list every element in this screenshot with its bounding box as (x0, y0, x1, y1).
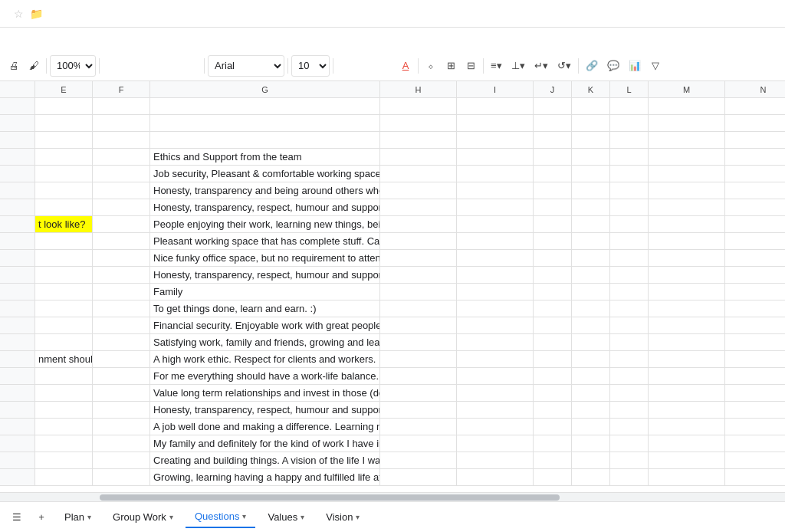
cell-f[interactable] (93, 284, 150, 300)
col-header-i[interactable]: I (457, 81, 534, 97)
cell-m[interactable] (649, 419, 725, 435)
cell-f[interactable] (93, 182, 150, 199)
cell-h[interactable] (380, 317, 457, 333)
cell-k[interactable] (572, 300, 610, 317)
cell-e[interactable] (35, 233, 93, 249)
cell-n[interactable] (725, 115, 785, 131)
cell-e[interactable] (35, 402, 93, 418)
cell-g[interactable]: Financial security. Enjoyable work with … (150, 317, 380, 333)
tab-plan[interactable]: Plan▾ (55, 506, 100, 528)
cell-e[interactable] (35, 435, 93, 452)
col-header-e[interactable]: E (35, 81, 93, 97)
cell-h[interactable] (380, 98, 457, 114)
cell-j[interactable] (534, 233, 572, 249)
currency-btn[interactable] (103, 55, 121, 77)
cell-i[interactable] (457, 199, 534, 215)
cell-h[interactable] (380, 284, 457, 300)
borders-btn[interactable]: ⊞ (442, 55, 460, 77)
cell-g[interactable] (150, 132, 380, 148)
menu-edit[interactable] (18, 36, 31, 42)
cell-h[interactable] (380, 115, 457, 131)
cell-n[interactable] (725, 452, 785, 468)
cell-e[interactable] (35, 132, 93, 148)
cell-f[interactable] (93, 452, 150, 468)
cell-l[interactable] (610, 317, 649, 333)
cell-f[interactable] (93, 402, 150, 418)
menu-format[interactable] (60, 36, 72, 42)
cell-g[interactable]: Satisfying work, family and friends, gro… (150, 334, 380, 350)
cell-e[interactable] (35, 334, 93, 350)
cell-k[interactable] (572, 435, 610, 452)
cell-n[interactable] (725, 233, 785, 249)
wrap-btn[interactable]: ↵▾ (530, 55, 552, 77)
cell-i[interactable] (457, 317, 534, 333)
cell-e[interactable] (35, 199, 93, 215)
cell-l[interactable] (610, 199, 649, 215)
cell-g[interactable] (150, 98, 380, 114)
cell-n[interactable] (725, 216, 785, 232)
cell-g[interactable]: Honesty, transparency, respect, humour a… (150, 267, 380, 283)
cell-m[interactable] (649, 452, 725, 468)
cell-f[interactable] (93, 368, 150, 384)
cell-i[interactable] (457, 284, 534, 300)
cell-i[interactable] (457, 98, 534, 114)
cell-j[interactable] (534, 267, 572, 283)
fill-color-btn[interactable]: ⬦ (422, 55, 440, 77)
cell-l[interactable] (610, 166, 649, 182)
col-header-h[interactable]: H (380, 81, 457, 97)
cell-l[interactable] (610, 250, 649, 266)
cell-l[interactable] (610, 132, 649, 148)
cell-k[interactable] (572, 368, 610, 384)
cell-i[interactable] (457, 233, 534, 249)
cell-e[interactable] (35, 452, 93, 468)
cell-n[interactable] (725, 419, 785, 435)
cell-f[interactable] (93, 149, 150, 165)
col-header-k[interactable]: K (572, 81, 610, 97)
cell-f[interactable] (93, 317, 150, 333)
cell-j[interactable] (534, 419, 572, 435)
cell-g[interactable]: Nice funky office space, but no requirem… (150, 250, 380, 266)
cell-k[interactable] (572, 419, 610, 435)
cell-f[interactable] (93, 351, 150, 367)
tab-vision[interactable]: Vision▾ (317, 506, 369, 528)
cell-m[interactable] (649, 435, 725, 452)
cell-k[interactable] (572, 166, 610, 182)
cell-k[interactable] (572, 98, 610, 114)
cell-h[interactable] (380, 351, 457, 367)
cell-j[interactable] (534, 368, 572, 384)
cell-n[interactable] (725, 334, 785, 350)
cell-h[interactable] (380, 216, 457, 232)
cell-n[interactable] (725, 98, 785, 114)
cell-l[interactable] (610, 233, 649, 249)
percent-btn[interactable] (123, 55, 141, 77)
cell-k[interactable] (572, 199, 610, 215)
cell-l[interactable] (610, 267, 649, 283)
cell-e[interactable] (35, 98, 93, 114)
cell-j[interactable] (534, 385, 572, 401)
tab-arrow-icon[interactable]: ▾ (301, 513, 304, 521)
print-btn[interactable]: 🖨 (5, 55, 23, 77)
menu-tools[interactable] (87, 36, 100, 42)
cell-h[interactable] (380, 267, 457, 283)
cell-m[interactable] (649, 368, 725, 384)
cell-f[interactable] (93, 435, 150, 452)
cell-h[interactable] (380, 419, 457, 435)
tab-values[interactable]: Values▾ (258, 506, 314, 528)
cell-j[interactable] (534, 469, 572, 485)
cell-f[interactable] (93, 267, 150, 283)
cell-l[interactable] (610, 452, 649, 468)
cell-j[interactable] (534, 402, 572, 418)
tab-arrow-icon[interactable]: ▾ (87, 513, 91, 521)
cell-n[interactable] (725, 149, 785, 165)
cell-j[interactable] (534, 317, 572, 333)
cell-h[interactable] (380, 469, 457, 485)
cell-h[interactable] (380, 233, 457, 249)
cell-h[interactable] (380, 334, 457, 350)
col-header-m[interactable]: M (649, 81, 725, 97)
cell-e[interactable] (35, 267, 93, 283)
h-scrollbar[interactable] (0, 492, 785, 501)
cell-m[interactable] (649, 402, 725, 418)
cell-k[interactable] (572, 469, 610, 485)
cell-f[interactable] (93, 166, 150, 182)
cell-k[interactable] (572, 334, 610, 350)
